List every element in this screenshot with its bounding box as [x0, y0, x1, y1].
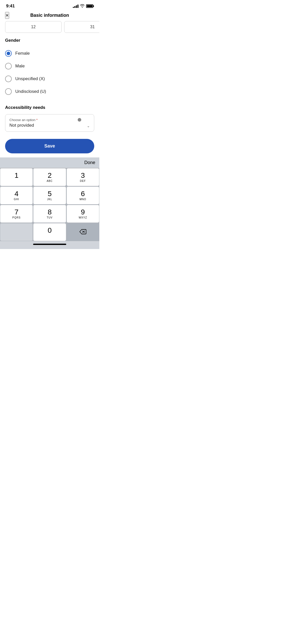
- date-fields-row: [0, 21, 99, 38]
- gender-radio-group: Female Male Unspecified (X) Undisclosed …: [5, 47, 94, 98]
- key-7[interactable]: 7 PQRS: [0, 205, 33, 223]
- wifi-icon: [80, 4, 85, 8]
- page-title: Basic information: [30, 13, 69, 18]
- dropdown-dot: [78, 118, 81, 122]
- radio-item-unspecified[interactable]: Unspecified (X): [5, 72, 94, 85]
- key-3[interactable]: 3 DEF: [67, 168, 99, 186]
- content-area: Gender Female Male Unspecified (X) Undis…: [0, 38, 99, 153]
- battery-icon: [86, 4, 93, 8]
- status-time: 9:41: [6, 4, 15, 9]
- radio-item-male[interactable]: Male: [5, 60, 94, 72]
- radio-dot-female: [7, 52, 10, 55]
- key-6[interactable]: 6 MNO: [67, 187, 99, 204]
- keyboard-area: Done 1 2 ABC 3 DEF 4 GHI 5 JKL 6 MNO 7 P: [0, 157, 99, 249]
- dropdown-value: Not provided: [9, 123, 90, 128]
- key-9[interactable]: 9 WXYZ: [67, 205, 99, 223]
- key-empty: [0, 223, 33, 241]
- keyboard-done-button[interactable]: Done: [84, 160, 95, 165]
- gender-section-label: Gender: [5, 38, 94, 43]
- key-backspace[interactable]: [67, 223, 99, 241]
- close-button[interactable]: ×: [5, 12, 9, 19]
- date-month-field[interactable]: [5, 21, 62, 33]
- required-star: *: [36, 118, 38, 122]
- chevron-down-icon: ⌄: [87, 124, 90, 128]
- radio-label-unspecified: Unspecified (X): [15, 76, 45, 81]
- radio-circle-female: [5, 50, 12, 57]
- radio-circle-undisclosed: [5, 88, 12, 95]
- status-bar: 9:41: [0, 0, 99, 11]
- accessibility-label: Accessibility needs: [5, 105, 94, 110]
- home-bar: [33, 244, 66, 245]
- accessibility-section: Accessibility needs Choose an option * N…: [5, 105, 94, 132]
- radio-circle-male: [5, 63, 12, 69]
- date-day-field[interactable]: [64, 21, 99, 33]
- signal-icon: [73, 5, 78, 8]
- key-4[interactable]: 4 GHI: [0, 187, 33, 204]
- nav-bar: × Basic information: [0, 11, 99, 21]
- radio-label-male: Male: [15, 64, 25, 69]
- accessibility-dropdown[interactable]: Choose an option * Not provided ⌄: [5, 114, 94, 132]
- keyboard-grid: 1 2 ABC 3 DEF 4 GHI 5 JKL 6 MNO 7 PQRS 8: [0, 168, 99, 241]
- status-icons: [73, 4, 93, 8]
- radio-circle-unspecified: [5, 76, 12, 82]
- home-indicator: [0, 241, 99, 249]
- key-2[interactable]: 2 ABC: [33, 168, 66, 186]
- radio-item-female[interactable]: Female: [5, 47, 94, 60]
- key-8[interactable]: 8 TUV: [33, 205, 66, 223]
- radio-label-female: Female: [15, 51, 30, 56]
- key-5[interactable]: 5 JKL: [33, 187, 66, 204]
- keyboard-toolbar: Done: [0, 157, 99, 168]
- key-0[interactable]: 0: [33, 223, 66, 241]
- radio-label-undisclosed: Undisclosed (U): [15, 89, 46, 94]
- save-button[interactable]: Save: [5, 139, 94, 153]
- radio-item-undisclosed[interactable]: Undisclosed (U): [5, 85, 94, 98]
- key-1[interactable]: 1: [0, 168, 33, 186]
